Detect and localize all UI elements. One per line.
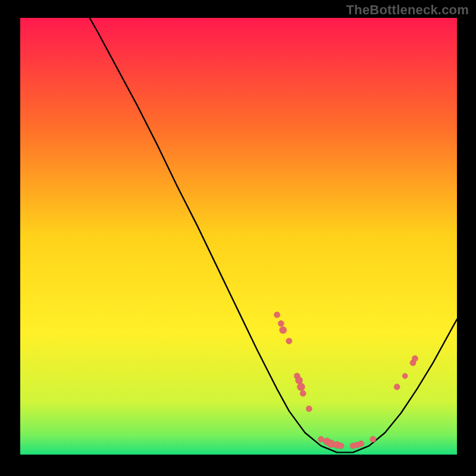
bottleneck-curve <box>20 18 457 455</box>
curve-marker <box>358 441 364 447</box>
curve-marker <box>280 327 287 334</box>
curve-marker <box>274 312 280 318</box>
curve-marker <box>402 373 408 378</box>
curve-marker <box>278 321 284 327</box>
curve-marker <box>412 356 418 362</box>
curve-marker <box>300 390 306 396</box>
curve-marker <box>394 384 400 390</box>
curve-marker <box>286 338 292 344</box>
curve-marker <box>296 377 303 384</box>
chart-canvas: TheBottleneck.com <box>0 0 476 476</box>
plot-area <box>20 18 457 455</box>
curve-marker <box>338 443 344 449</box>
attribution-label: TheBottleneck.com <box>346 2 469 18</box>
curve-marker <box>370 436 376 442</box>
curve-marker <box>297 383 305 391</box>
curve-marker <box>306 406 312 412</box>
curve-marker <box>318 436 324 442</box>
